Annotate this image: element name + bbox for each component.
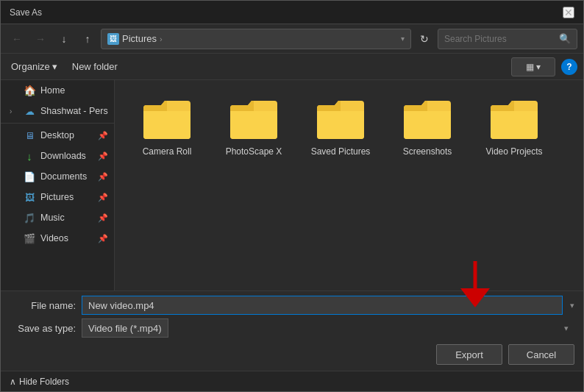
hide-folders-bar: ∧ Hide Folders [1,371,583,391]
documents-icon: 📄 [23,170,36,183]
bottom-actions: Export Cancel [10,341,574,366]
sidebar-item-videos[interactable]: 🎬 Videos 📌 [1,228,114,249]
breadcrumb-location: Pictures [122,33,157,44]
hide-folders-button[interactable]: ∧ Hide Folders [10,377,69,387]
sidebar-label-documents: Documents [40,171,93,182]
folder-icon-camera-roll [140,98,193,142]
breadcrumb-bar[interactable]: 🖼 Pictures › ▾ [101,29,411,49]
sidebar-pin-videos: 📌 [98,234,108,243]
folder-label-camera-roll: Camera Roll [143,146,192,157]
save-as-dialog: Save As ✕ ← → ↓ ↑ 🖼 Pictures › ▾ ↻ 🔍 Org… [0,0,584,392]
view-button[interactable]: ▦ ▾ [511,57,555,76]
sidebar-label-downloads: Downloads [40,151,93,161]
folders-grid: Camera Roll PhotoScape X [124,89,574,165]
main-content: 🏠 Home › ☁ Shashwat - Pers 🖥 Desktop 📌 ↓… [1,80,583,291]
sidebar-item-onedrive[interactable]: › ☁ Shashwat - Pers [1,101,114,121]
folder-photoscape-x[interactable]: PhotoScape X [213,92,294,163]
hide-folders-label: Hide Folders [19,377,69,387]
export-button[interactable]: Export [436,344,502,365]
save-as-label: Save as type: [10,323,76,334]
sidebar-divider [1,123,114,124]
sidebar-item-home[interactable]: 🏠 Home [1,80,114,101]
down-button[interactable]: ↓ [54,29,74,49]
sidebar-label-home: Home [40,85,108,96]
sidebar-label-pictures: Pictures [40,192,93,202]
up-button[interactable]: ↑ [77,29,98,49]
sidebar-label-onedrive: Shashwat - Pers [40,106,108,116]
sidebar-pin-documents: 📌 [98,172,108,182]
folder-screenshots[interactable]: Screenshots [387,92,468,163]
cancel-button[interactable]: Cancel [508,344,574,365]
folder-icon-screenshots [401,98,454,142]
search-input[interactable] [444,34,556,44]
title-bar: Save As ✕ [1,1,583,24]
music-icon: 🎵 [23,211,36,224]
sidebar-pin-pictures: 📌 [98,193,108,202]
organize-toolbar: Organize ▾ New folder ▦ ▾ ? [1,54,583,80]
back-button[interactable]: ← [7,29,27,49]
file-name-field: File name: ▾ [10,296,574,315]
folder-label-screenshots: Screenshots [403,146,452,157]
folder-icon-saved-pictures [314,98,367,142]
sidebar-label-videos: Videos [40,233,93,243]
organize-button[interactable]: Organize ▾ [7,59,62,74]
folder-label-photoscape-x: PhotoScape X [226,146,282,157]
help-button[interactable]: ? [561,59,577,75]
sidebar-label-desktop: Desktop [40,130,93,140]
file-name-label: File name: [10,300,76,311]
sidebar-pin-desktop: 📌 [98,131,108,140]
sidebar-pin-downloads: 📌 [98,152,108,161]
save-as-type-field: Save as type: Video file (*.mp4) [10,318,574,338]
new-folder-button[interactable]: New folder [68,59,122,74]
pictures-icon: 🖼 [23,190,36,204]
folder-icon-video-projects [488,98,541,142]
sidebar-label-music: Music [40,213,93,223]
sidebar-pin-music: 📌 [98,213,108,223]
sidebar-item-pictures[interactable]: 🖼 Pictures 📌 [1,187,114,207]
breadcrumb-dropdown-icon[interactable]: ▾ [401,35,405,43]
search-box: 🔍 [438,29,577,49]
folder-video-projects[interactable]: Video Projects [474,92,555,163]
nav-toolbar: ← → ↓ ↑ 🖼 Pictures › ▾ ↻ 🔍 [1,24,583,54]
refresh-button[interactable]: ↻ [414,29,435,49]
hide-folders-arrow: ∧ [10,377,16,387]
save-as-dropdown-wrapper: Video file (*.mp4) [82,318,574,338]
sidebar: 🏠 Home › ☁ Shashwat - Pers 🖥 Desktop 📌 ↓… [1,80,115,291]
videos-icon: 🎬 [23,232,36,245]
folder-camera-roll[interactable]: Camera Roll [127,92,207,163]
bottom-bar: File name: ▾ Save as type: Video file (*… [1,291,583,371]
sidebar-item-documents[interactable]: 📄 Documents 📌 [1,166,114,187]
close-button[interactable]: ✕ [563,7,574,18]
sidebar-item-downloads[interactable]: ↓ Downloads 📌 [1,146,114,166]
breadcrumb-chevron: › [160,35,163,43]
sidebar-expand-onedrive: › [10,107,18,115]
folder-label-video-projects: Video Projects [485,146,542,157]
breadcrumb-folder-icon: 🖼 [107,33,119,45]
file-name-dropdown-arrow: ▾ [569,301,574,310]
folder-saved-pictures[interactable]: Saved Pictures [300,92,381,163]
home-icon: 🏠 [23,84,36,97]
file-area: Camera Roll PhotoScape X [115,80,583,291]
cloud-icon: ☁ [23,104,36,118]
save-as-select[interactable]: Video file (*.mp4) [82,318,168,338]
dialog-title: Save As [10,7,42,18]
sidebar-item-desktop[interactable]: 🖥 Desktop 📌 [1,125,114,146]
search-icon: 🔍 [559,33,571,44]
downloads-icon: ↓ [23,149,36,163]
sidebar-item-music[interactable]: 🎵 Music 📌 [1,207,114,228]
folder-icon-photoscape-x [227,98,280,142]
folder-label-saved-pictures: Saved Pictures [311,146,371,157]
desktop-icon: 🖥 [23,129,36,142]
forward-button[interactable]: → [30,29,51,49]
file-name-input[interactable] [82,296,563,315]
